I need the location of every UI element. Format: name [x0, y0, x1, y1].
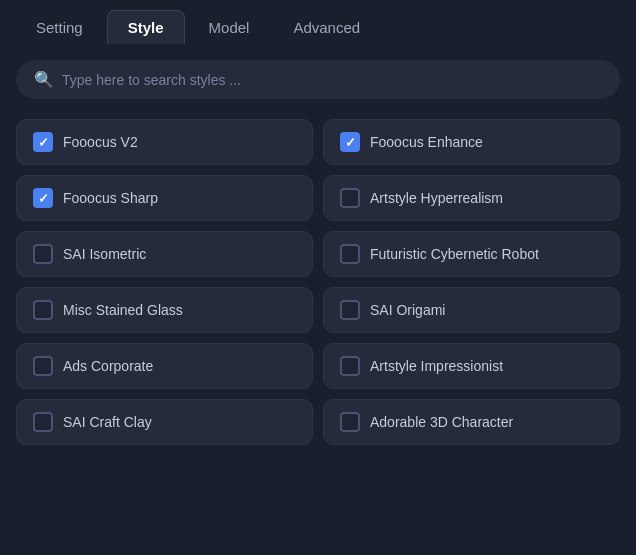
style-label-artstyle-hyperrealism: Artstyle Hyperrealism — [370, 190, 503, 206]
checkbox-artstyle-hyperrealism[interactable] — [340, 188, 360, 208]
style-label-fooocus-v2: Fooocus V2 — [63, 134, 138, 150]
checkbox-sai-isometric[interactable] — [33, 244, 53, 264]
checkbox-fooocus-v2[interactable] — [33, 132, 53, 152]
tab-model[interactable]: Model — [189, 11, 270, 44]
style-label-adorable-3d-character: Adorable 3D Character — [370, 414, 513, 430]
checkbox-fooocus-enhance[interactable] — [340, 132, 360, 152]
search-box: 🔍 — [16, 60, 620, 99]
search-input[interactable] — [62, 72, 602, 88]
tab-style[interactable]: Style — [107, 10, 185, 44]
checkbox-adorable-3d-character[interactable] — [340, 412, 360, 432]
style-label-misc-stained-glass: Misc Stained Glass — [63, 302, 183, 318]
style-label-fooocus-sharp: Fooocus Sharp — [63, 190, 158, 206]
tab-advanced[interactable]: Advanced — [273, 11, 380, 44]
search-icon: 🔍 — [34, 70, 54, 89]
checkbox-sai-origami[interactable] — [340, 300, 360, 320]
style-item-sai-origami[interactable]: SAI Origami — [323, 287, 620, 333]
tab-bar: Setting Style Model Advanced — [16, 10, 620, 44]
checkbox-futuristic-cybernetic-robot[interactable] — [340, 244, 360, 264]
style-label-fooocus-enhance: Fooocus Enhance — [370, 134, 483, 150]
style-item-fooocus-sharp[interactable]: Fooocus Sharp — [16, 175, 313, 221]
style-label-sai-isometric: SAI Isometric — [63, 246, 146, 262]
checkbox-sai-craft-clay[interactable] — [33, 412, 53, 432]
style-item-adorable-3d-character[interactable]: Adorable 3D Character — [323, 399, 620, 445]
style-label-sai-craft-clay: SAI Craft Clay — [63, 414, 152, 430]
checkbox-artstyle-impressionist[interactable] — [340, 356, 360, 376]
style-item-sai-craft-clay[interactable]: SAI Craft Clay — [16, 399, 313, 445]
style-item-sai-isometric[interactable]: SAI Isometric — [16, 231, 313, 277]
style-label-artstyle-impressionist: Artstyle Impressionist — [370, 358, 503, 374]
checkbox-ads-corporate[interactable] — [33, 356, 53, 376]
style-label-sai-origami: SAI Origami — [370, 302, 445, 318]
checkbox-fooocus-sharp[interactable] — [33, 188, 53, 208]
style-item-futuristic-cybernetic-robot[interactable]: Futuristic Cybernetic Robot — [323, 231, 620, 277]
style-item-misc-stained-glass[interactable]: Misc Stained Glass — [16, 287, 313, 333]
style-item-fooocus-v2[interactable]: Fooocus V2 — [16, 119, 313, 165]
checkbox-misc-stained-glass[interactable] — [33, 300, 53, 320]
style-item-ads-corporate[interactable]: Ads Corporate — [16, 343, 313, 389]
tab-setting[interactable]: Setting — [16, 11, 103, 44]
styles-grid: Fooocus V2 Fooocus Enhance Fooocus Sharp… — [16, 119, 620, 445]
style-item-fooocus-enhance[interactable]: Fooocus Enhance — [323, 119, 620, 165]
style-item-artstyle-impressionist[interactable]: Artstyle Impressionist — [323, 343, 620, 389]
style-label-futuristic-cybernetic-robot: Futuristic Cybernetic Robot — [370, 246, 539, 262]
main-container: Setting Style Model Advanced 🔍 Fooocus V… — [0, 0, 636, 555]
style-item-artstyle-hyperrealism[interactable]: Artstyle Hyperrealism — [323, 175, 620, 221]
style-label-ads-corporate: Ads Corporate — [63, 358, 153, 374]
